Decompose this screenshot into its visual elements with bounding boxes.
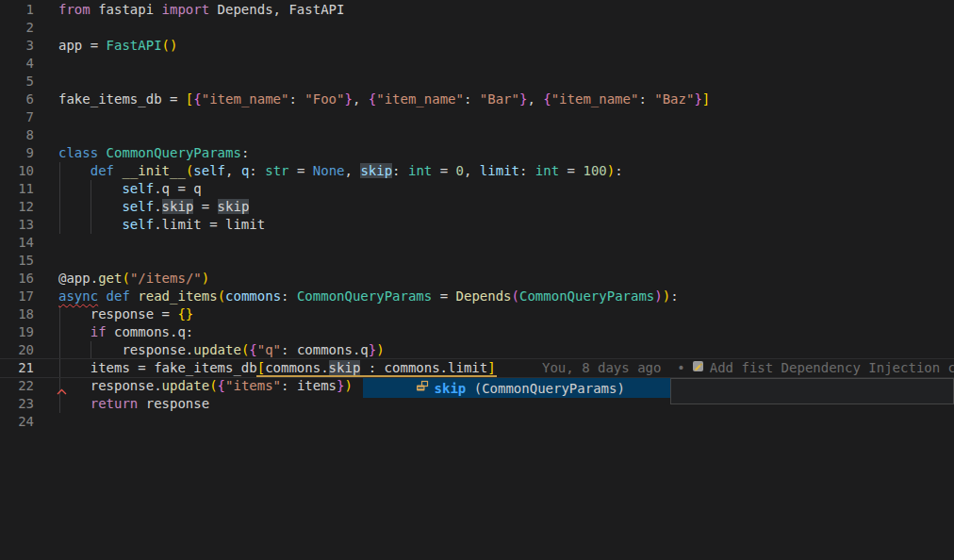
code-line[interactable]: 4: [0, 55, 954, 73]
code-line[interactable]: 7: [0, 108, 954, 126]
line-number[interactable]: 24: [0, 413, 34, 431]
line-number[interactable]: 9: [0, 144, 34, 162]
line-number[interactable]: 21: [0, 359, 34, 377]
code-line[interactable]: 11 self.q = q: [0, 180, 954, 198]
code-text: response.update({"q": commons.q}): [58, 341, 385, 359]
code-line[interactable]: 15: [0, 252, 954, 270]
code-line[interactable]: 13 self.limit = limit: [0, 216, 954, 234]
token: Depends, FastAPI: [209, 2, 344, 17]
line-number[interactable]: 14: [0, 234, 34, 252]
token: 100: [583, 163, 606, 178]
code-text: response = {}: [58, 305, 193, 323]
token: :: [519, 163, 535, 178]
line-number[interactable]: 8: [0, 126, 34, 144]
code-line[interactable]: 3app = FastAPI(): [0, 37, 954, 55]
line-number[interactable]: 22: [0, 377, 34, 395]
token: {: [218, 378, 225, 393]
code-line[interactable]: 14: [0, 234, 954, 252]
token: (): [162, 38, 178, 53]
token: [58, 163, 90, 178]
token: }: [344, 91, 352, 107]
line-number[interactable]: 15: [0, 252, 34, 270]
token: "item_name": [202, 91, 289, 107]
token: (: [218, 288, 225, 304]
suggest-item-skip[interactable]: skip (CommonQueryParams): [363, 378, 670, 398]
token: "q": [257, 342, 281, 357]
code-line[interactable]: 24: [0, 413, 954, 431]
token: commons.q:: [107, 324, 194, 339]
token: :: [638, 91, 654, 107]
token: CommonQueryParams: [297, 288, 432, 304]
token: [98, 288, 106, 304]
code-line[interactable]: 6fake_items_db = [{"item_name": "Foo"}, …: [0, 91, 954, 108]
code-line[interactable]: 17async def read_items(commons: CommonQu…: [0, 288, 954, 305]
line-number[interactable]: 1: [0, 1, 34, 19]
code-line[interactable]: 20 response.update({"q": commons.q}): [0, 341, 954, 359]
token: :: [281, 288, 297, 304]
line-number[interactable]: 13: [0, 216, 34, 234]
code-line[interactable]: 18 response = {}: [0, 305, 954, 323]
line-number[interactable]: 20: [0, 341, 34, 359]
code-text: class CommonQueryParams:: [58, 144, 249, 162]
token: :: [249, 163, 265, 178]
blame-author: You, 8 days ago: [542, 359, 661, 377]
code-line[interactable]: 9class CommonQueryParams:: [0, 144, 954, 162]
token: def: [90, 163, 114, 178]
token: =: [289, 163, 313, 178]
token: ): [607, 163, 615, 178]
line-number[interactable]: 2: [0, 19, 34, 37]
blame-message: Add fist Dependency Injection c: [710, 359, 954, 377]
token: "items": [225, 378, 281, 393]
line-number[interactable]: 12: [0, 198, 34, 216]
code-text: @app.get("/items/"): [58, 270, 209, 288]
code-text: self.limit = limit: [58, 216, 265, 234]
token: {}: [177, 306, 193, 321]
inline-blame: You, 8 days ago •Add fist Dependency Inj…: [542, 359, 954, 377]
token: =: [432, 288, 455, 304]
token: CommonQueryParams: [519, 288, 654, 304]
code-line[interactable]: 5: [0, 73, 954, 91]
token: commons.: [265, 360, 328, 375]
line-number[interactable]: 6: [0, 91, 34, 108]
token: [58, 396, 90, 411]
token: ): [663, 288, 670, 304]
token: :: [464, 91, 480, 107]
code-line[interactable]: 8: [0, 126, 954, 144]
code-line[interactable]: 12 self.skip = skip: [0, 198, 954, 216]
line-number[interactable]: 3: [0, 37, 34, 55]
token: commons: [225, 288, 281, 304]
line-number[interactable]: 23: [0, 395, 34, 413]
line-number[interactable]: 16: [0, 270, 34, 288]
suggest-details-panel: int: [670, 378, 954, 404]
token: None: [313, 163, 345, 178]
token: .q = q: [154, 181, 202, 196]
code-line[interactable]: 16@app.get("/items/"): [0, 270, 954, 288]
line-number[interactable]: 4: [0, 55, 34, 73]
line-number[interactable]: 5: [0, 73, 34, 91]
line-number[interactable]: 17: [0, 288, 34, 305]
token: fastapi: [90, 2, 162, 17]
token: self: [193, 163, 225, 178]
line-number[interactable]: 7: [0, 108, 34, 126]
code-line[interactable]: 1from fastapi import Depends, FastAPI: [0, 1, 954, 19]
token: from: [58, 2, 90, 17]
code-editor[interactable]: 1from fastapi import Depends, FastAPI23a…: [0, 0, 954, 560]
token: int: [408, 163, 432, 178]
token: (: [512, 288, 519, 304]
token: ): [376, 342, 384, 357]
code-text: self.skip = skip: [58, 198, 249, 216]
token: "item_name": [376, 91, 464, 107]
code-line[interactable]: 2: [0, 19, 954, 37]
code-line[interactable]: 19 if commons.q:: [0, 323, 954, 341]
token: return: [90, 396, 139, 411]
token: get: [98, 271, 122, 286]
line-number[interactable]: 18: [0, 305, 34, 323]
code-text: def __init__(self, q: str = None, skip: …: [58, 162, 623, 180]
line-number[interactable]: 11: [0, 180, 34, 198]
token: response.: [58, 378, 162, 393]
code-line[interactable]: 10 def __init__(self, q: str = None, ski…: [0, 162, 954, 180]
line-number[interactable]: 19: [0, 323, 34, 341]
token: [: [257, 360, 265, 375]
line-number[interactable]: 10: [0, 162, 34, 180]
code-text: app = FastAPI(): [58, 37, 177, 55]
